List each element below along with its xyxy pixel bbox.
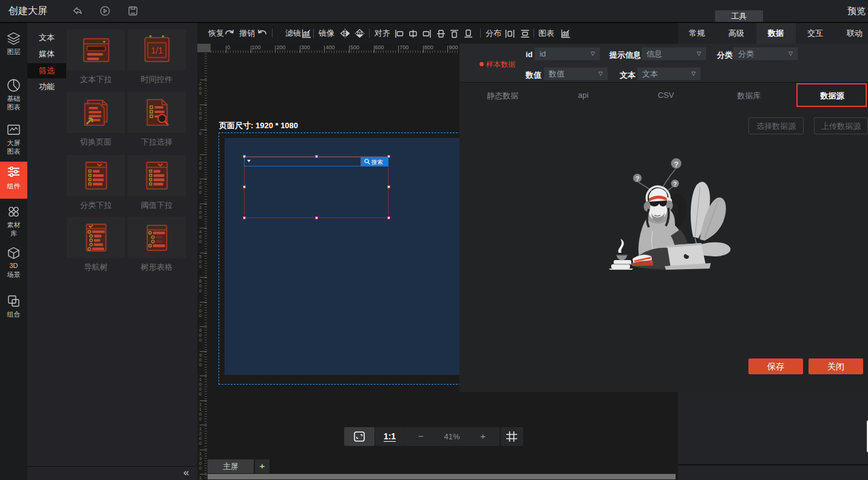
svg-text:?: ? <box>673 181 677 188</box>
svg-text:1/1: 1/1 <box>151 46 163 55</box>
svg-text:?: ? <box>636 175 640 182</box>
svg-text:?: ? <box>674 160 679 169</box>
